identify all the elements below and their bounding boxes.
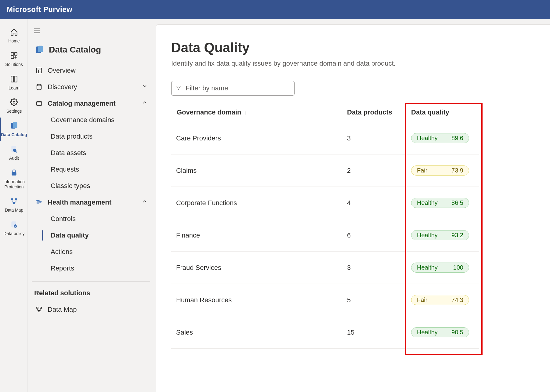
- nav-label: Health management: [48, 198, 111, 206]
- cell-domain: Fraud Services: [171, 252, 342, 284]
- svg-point-3: [13, 101, 15, 103]
- quality-pill: Healthy90.5: [411, 327, 469, 337]
- nav-sub-item[interactable]: Data assets: [48, 145, 150, 161]
- filter-by-name[interactable]: [171, 81, 295, 96]
- cell-products: 5: [342, 284, 406, 316]
- rail-settings[interactable]: Settings: [0, 94, 27, 118]
- quality-score: 90.5: [451, 329, 463, 336]
- rail-audit[interactable]: Audit: [0, 141, 27, 165]
- nav-label: Requests: [51, 165, 79, 173]
- svg-point-28: [38, 201, 42, 203]
- catalog-icon: [34, 45, 45, 55]
- nav-sub-item[interactable]: Governance domains: [48, 112, 150, 128]
- map-icon: [35, 306, 43, 313]
- nav-sub-item[interactable]: Requests: [48, 161, 150, 178]
- rail-data-catalog[interactable]: Data Catalog: [0, 118, 27, 141]
- home-icon: [10, 27, 18, 37]
- nav-health-management[interactable]: Health management: [32, 194, 150, 211]
- nav-catalog-management[interactable]: Catalog management: [32, 95, 150, 112]
- nav-sub-item[interactable]: Actions: [48, 244, 150, 260]
- app-topbar: Microsoft Purview: [0, 0, 550, 19]
- quality-pill: Healthy93.2: [411, 230, 469, 240]
- grid-icon: [10, 51, 18, 60]
- sidenav-title: Data Catalog: [32, 42, 150, 58]
- cell-quality: Healthy100: [406, 252, 479, 284]
- quality-pill: Healthy89.6: [411, 133, 469, 143]
- filter-input[interactable]: [186, 84, 290, 92]
- svg-rect-1: [14, 53, 17, 55]
- table-row[interactable]: Sales15Healthy90.5: [171, 316, 479, 349]
- sidenav-title-text: Data Catalog: [49, 45, 101, 55]
- quality-status: Healthy: [417, 135, 438, 142]
- svg-rect-2: [11, 56, 14, 59]
- nav-sub-item[interactable]: Classic types: [48, 178, 150, 194]
- cell-products: 3: [342, 122, 406, 154]
- quality-status: Healthy: [417, 232, 438, 239]
- svg-point-29: [37, 307, 38, 309]
- rail-data-policy[interactable]: Data policy: [0, 216, 27, 240]
- cell-products: 15: [342, 316, 406, 349]
- rail-information-protection[interactable]: Information Protection: [0, 165, 27, 193]
- svg-rect-20: [37, 68, 42, 73]
- col-label: Data products: [347, 108, 392, 116]
- quality-score: 86.5: [451, 199, 463, 206]
- col-data-products[interactable]: Data products: [342, 103, 406, 122]
- rail-learn[interactable]: Learn: [0, 71, 27, 94]
- database-icon: [35, 84, 43, 90]
- cell-quality: Fair73.9: [406, 154, 479, 187]
- policy-icon: [10, 220, 18, 229]
- rail-solutions[interactable]: Solutions: [0, 47, 27, 71]
- svg-rect-9: [12, 172, 16, 176]
- rail-label: Information Protection: [1, 179, 27, 190]
- nav-sub-item[interactable]: Data products: [48, 128, 150, 145]
- main-layout: Home Solutions Learn Settings Data Catal…: [0, 19, 550, 392]
- cell-products: 3: [342, 252, 406, 284]
- col-governance-domain[interactable]: Governance domain ↑: [171, 103, 342, 122]
- overview-icon: [35, 67, 43, 74]
- table-row[interactable]: Claims2Fair73.9: [171, 154, 479, 187]
- nav-label: Data Map: [48, 306, 77, 314]
- left-rail: Home Solutions Learn Settings Data Catal…: [0, 19, 27, 392]
- content-area: Data Quality Identify and fix data quali…: [156, 19, 550, 392]
- rail-data-map[interactable]: Data Map: [0, 193, 27, 216]
- quality-score: 73.9: [451, 167, 463, 174]
- table-row[interactable]: Corporate Functions4Healthy86.5: [171, 187, 479, 219]
- nav-sub-item[interactable]: Reports: [48, 260, 150, 277]
- cell-quality: Healthy90.5: [406, 316, 479, 349]
- table-row[interactable]: Care Providers3Healthy89.6: [171, 122, 479, 154]
- table-row[interactable]: Human Resources5Fair74.3: [171, 284, 479, 316]
- table-row[interactable]: Fraud Services3Healthy100: [171, 252, 479, 284]
- cell-domain: Claims: [171, 154, 342, 187]
- health-icon: [35, 199, 43, 206]
- table-row[interactable]: Finance6Healthy93.2: [171, 219, 479, 252]
- cell-domain: Human Resources: [171, 284, 342, 316]
- nav-related-data-map[interactable]: Data Map: [32, 301, 150, 318]
- hamburger-button[interactable]: [32, 26, 150, 42]
- catalog-icon: [10, 121, 18, 130]
- quality-status: Fair: [417, 296, 427, 303]
- app-title: Microsoft Purview: [7, 5, 72, 14]
- nav-label: Catalog management: [48, 100, 116, 107]
- svg-point-30: [40, 307, 42, 309]
- nav-sub-item[interactable]: Data quality: [48, 227, 150, 244]
- rail-home[interactable]: Home: [0, 24, 27, 47]
- cell-domain: Finance: [171, 219, 342, 252]
- divider: [32, 281, 150, 282]
- nav-overview[interactable]: Overview: [32, 62, 150, 79]
- cell-quality: Fair74.3: [406, 284, 479, 316]
- rail-label: Solutions: [5, 62, 23, 67]
- cell-quality: Healthy93.2: [406, 219, 479, 252]
- col-data-quality[interactable]: Data quality: [406, 103, 479, 122]
- nav-label: Controls: [51, 215, 76, 223]
- nav-sub-item[interactable]: Controls: [48, 211, 150, 227]
- page-subtitle: Identify and fix data quality issues by …: [171, 60, 534, 67]
- cell-quality: Healthy89.6: [406, 122, 479, 154]
- svg-rect-5: [13, 122, 17, 128]
- nav-discovery[interactable]: Discovery: [32, 79, 150, 95]
- svg-point-10: [11, 198, 13, 201]
- side-nav: Data Catalog Overview Discovery Catalog …: [27, 19, 156, 392]
- rail-label: Data policy: [3, 231, 24, 236]
- svg-rect-0: [11, 53, 14, 55]
- nav-label: Data assets: [51, 149, 86, 157]
- book-icon: [10, 74, 18, 84]
